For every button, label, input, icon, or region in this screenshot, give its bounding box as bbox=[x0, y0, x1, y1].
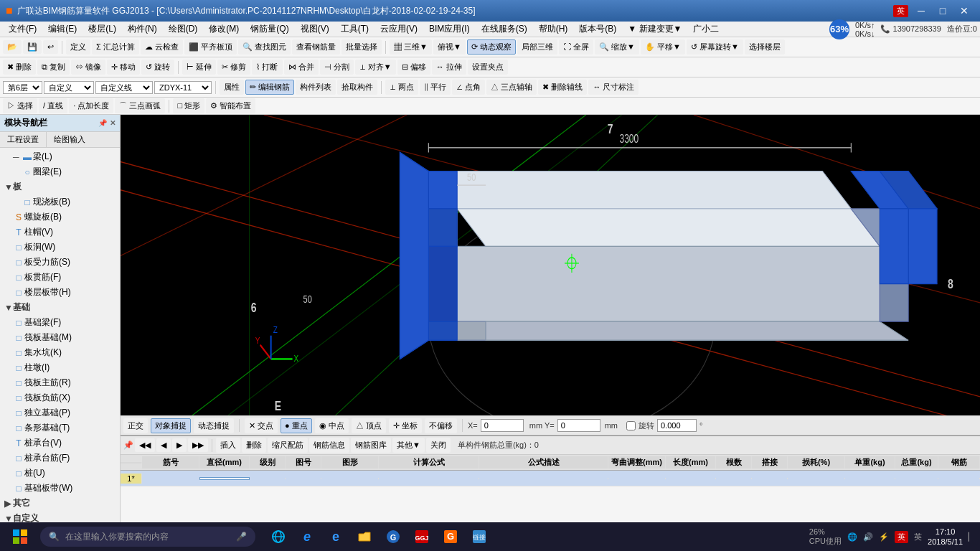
btn-midpoint[interactable]: ● 重点 bbox=[281, 418, 312, 433]
tree-item-pit[interactable]: □ 集水坑(K) bbox=[1, 345, 118, 360]
btn-center[interactable]: ◉ 中点 bbox=[315, 418, 349, 433]
btn-set-grip[interactable]: 设置夹点 bbox=[468, 60, 508, 75]
btn-fullscreen[interactable]: ⛶ 全屏 bbox=[559, 39, 593, 55]
btn-arc[interactable]: ⌒ 三点画弧 bbox=[115, 98, 165, 113]
style-select[interactable]: 自定义 bbox=[44, 81, 94, 94]
btn-other[interactable]: 其他▼ bbox=[392, 438, 425, 453]
btn-coord[interactable]: ✛ 坐标 bbox=[389, 418, 422, 433]
tab-draw-input[interactable]: 绘图输入 bbox=[47, 132, 93, 147]
tray-network[interactable]: 🌐 bbox=[847, 532, 857, 542]
tree-item-pile[interactable]: □ 桩(U) bbox=[1, 466, 118, 481]
tree-item-slab-rebar[interactable]: □ 板受力筋(S) bbox=[1, 255, 118, 270]
menu-component[interactable]: 构件(N) bbox=[122, 22, 163, 37]
btn-move[interactable]: ✛ 移动 bbox=[107, 60, 140, 75]
btn-define[interactable]: 定义 bbox=[66, 39, 90, 55]
minimize-button[interactable]: ─ bbox=[911, 3, 931, 19]
btn-dim-mark[interactable]: ↔ 尺寸标注 bbox=[588, 80, 639, 95]
cell-row1-diam[interactable] bbox=[199, 477, 250, 480]
btn-3d[interactable]: ▦ 三维▼ bbox=[390, 39, 432, 55]
taskbar-icon-edge[interactable]: e bbox=[324, 525, 347, 548]
tree-item-strip[interactable]: □ 条形基础(T) bbox=[1, 420, 118, 435]
rebar-toolbar-pin[interactable]: 📌 bbox=[123, 441, 133, 450]
btn-nav-last[interactable]: ▶▶ bbox=[188, 438, 208, 452]
btn-delete[interactable]: ✖ 删除 bbox=[3, 60, 36, 75]
btn-smart[interactable]: ⚙ 智能布置 bbox=[206, 98, 255, 113]
btn-rebar-lib[interactable]: 钢筋图库 bbox=[351, 438, 391, 453]
btn-undo[interactable]: ↩ bbox=[43, 40, 58, 54]
btn-vertex[interactable]: △ 顶点 bbox=[352, 418, 386, 433]
tree-item-beam[interactable]: ─ ▬ 梁(L) bbox=[1, 149, 118, 164]
tree-item-found-beam[interactable]: □ 基础梁(F) bbox=[1, 315, 118, 330]
btn-nav-first[interactable]: ◀◀ bbox=[135, 438, 155, 452]
btn-two-pt[interactable]: ⊥ 两点 bbox=[385, 80, 418, 95]
btn-edit-rebar[interactable]: ✏ 编辑钢筋 bbox=[245, 80, 294, 95]
menu-file[interactable]: 文件(F) bbox=[3, 22, 42, 37]
menu-cloud[interactable]: 云应用(V) bbox=[374, 22, 423, 37]
btn-scale-rebar[interactable]: 缩尺配筋 bbox=[268, 438, 308, 453]
btn-pan[interactable]: ✋ 平移▼ bbox=[641, 39, 685, 55]
rebar-row-1[interactable]: 1* bbox=[121, 471, 980, 486]
btn-rebar-insert[interactable]: 插入 bbox=[216, 438, 240, 453]
btn-dynamic-snap[interactable]: 动态捕捉 bbox=[194, 418, 234, 433]
tree-item-slab-through[interactable]: □ 板贯筋(F) bbox=[1, 270, 118, 285]
menu-tools[interactable]: 工具(T) bbox=[335, 22, 374, 37]
btn-sum[interactable]: Σ 汇总计算 bbox=[92, 39, 139, 55]
menu-draw[interactable]: 绘图(D) bbox=[163, 22, 204, 37]
btn-angle[interactable]: ∠ 点角 bbox=[452, 80, 485, 95]
tree-item-spiral-slab[interactable]: S 螺旋板(B) bbox=[1, 209, 118, 225]
btn-no-offset[interactable]: 不偏移 bbox=[425, 418, 457, 433]
btn-zoom[interactable]: 🔍 缩放▼ bbox=[595, 39, 639, 55]
menu-view[interactable]: 视图(V) bbox=[295, 22, 335, 37]
btn-open[interactable]: 📂 bbox=[3, 40, 22, 54]
btn-orthogonal[interactable]: 正交 bbox=[123, 418, 148, 433]
btn-copy[interactable]: ⧉ 复制 bbox=[37, 60, 70, 75]
btn-pt-length[interactable]: · 点加长度 bbox=[69, 98, 113, 113]
3d-viewport[interactable]: 3300 50 50 7 8 6 D E X Y Z bbox=[121, 115, 980, 415]
menu-edit[interactable]: 编辑(E) bbox=[42, 22, 83, 37]
btn-line[interactable]: / 直线 bbox=[39, 98, 67, 113]
btn-split[interactable]: ⊣ 分割 bbox=[320, 60, 354, 75]
btn-merge[interactable]: ⋈ 合并 bbox=[284, 60, 319, 75]
tree-section-other[interactable]: ▶ 其它 bbox=[1, 496, 118, 511]
maximize-button[interactable]: □ bbox=[933, 3, 953, 19]
tree-section-slab[interactable]: ▼ 板 bbox=[1, 179, 118, 194]
tree-item-ring-beam[interactable]: ○ 圈梁(E) bbox=[1, 164, 118, 179]
btn-offset[interactable]: ⊟ 偏移 bbox=[397, 60, 430, 75]
tree-item-raft-main[interactable]: □ 筏板主筋(R) bbox=[1, 375, 118, 390]
tree-item-pile-cap[interactable]: T 桩承台(V) bbox=[1, 435, 118, 451]
btn-rebar-info[interactable]: 钢筋信息 bbox=[309, 438, 349, 453]
btn-rebar-close[interactable]: 关闭 bbox=[426, 438, 451, 453]
btn-intersection[interactable]: ✕ 交点 bbox=[245, 418, 278, 433]
taskbar-search[interactable]: 🔍 在这里输入你要搜索的内容 🎤 bbox=[40, 527, 255, 547]
rotate-input[interactable] bbox=[657, 419, 697, 432]
btn-save[interactable]: 💾 bbox=[23, 40, 42, 54]
tree-item-slab-band[interactable]: □ 楼层板带(H) bbox=[1, 285, 118, 300]
btn-align-top[interactable]: ⬛ 平齐板顶 bbox=[184, 39, 237, 55]
btn-cloud-check[interactable]: ☁ 云检查 bbox=[141, 39, 183, 55]
btn-rect[interactable]: □ 矩形 bbox=[173, 98, 204, 113]
y-input[interactable] bbox=[557, 419, 600, 432]
code-select[interactable]: ZDYX-11 bbox=[154, 81, 212, 94]
taskbar-icon-glodon[interactable]: G bbox=[382, 525, 405, 548]
btn-extend[interactable]: ⊢ 延伸 bbox=[182, 60, 216, 75]
tree-item-raft[interactable]: □ 筏板基础(M) bbox=[1, 330, 118, 345]
btn-nav-next[interactable]: ▶ bbox=[172, 438, 187, 452]
taskbar-icon-ie[interactable]: e bbox=[296, 525, 319, 548]
taskbar-icon-link[interactable]: 链接 bbox=[468, 525, 491, 548]
btn-local-3d[interactable]: 局部三维 bbox=[517, 39, 557, 55]
taskbar-icon-browser[interactable] bbox=[267, 525, 290, 548]
btn-nav-prev[interactable]: ◀ bbox=[156, 438, 171, 452]
nav-close[interactable]: ✕ bbox=[110, 119, 116, 127]
btn-rebar-delete[interactable]: 删除 bbox=[242, 438, 266, 453]
btn-component-list[interactable]: 构件列表 bbox=[296, 80, 336, 95]
menu-new-change[interactable]: ▼ 新建变更▼ bbox=[622, 22, 687, 37]
btn-rotate[interactable]: ↺ 旋转 bbox=[141, 60, 174, 75]
menu-bim[interactable]: BIM应用(I) bbox=[423, 22, 476, 37]
tree-item-isolated[interactable]: □ 独立基础(P) bbox=[1, 405, 118, 420]
x-input[interactable] bbox=[481, 419, 524, 432]
menu-floor[interactable]: 楼层(L) bbox=[83, 22, 122, 37]
btn-property[interactable]: 属性 bbox=[220, 80, 244, 95]
btn-trim[interactable]: ✂ 修剪 bbox=[217, 60, 250, 75]
btn-pickup[interactable]: 拾取构件 bbox=[337, 80, 377, 95]
tree-item-cap[interactable]: T 柱帽(V) bbox=[1, 225, 118, 240]
